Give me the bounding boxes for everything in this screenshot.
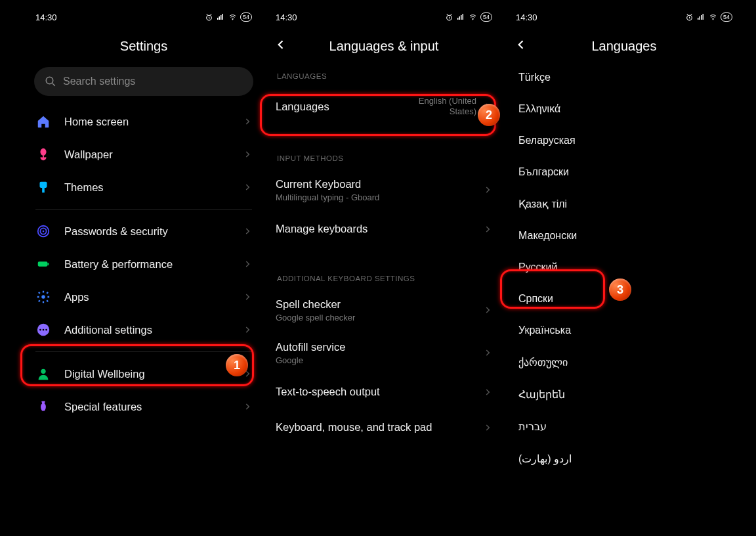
search-input[interactable]: Search settings: [34, 67, 253, 96]
chevron-right-icon: [483, 185, 492, 194]
autofill-item[interactable]: Autofill service Google: [264, 332, 504, 374]
settings-item-home-screen[interactable]: Home screen: [24, 105, 264, 138]
settings-item-apps[interactable]: Apps: [24, 280, 264, 313]
manage-keyboards-item[interactable]: Manage keyboards: [264, 212, 504, 247]
settings-item-additional-settings[interactable]: Additional settings: [24, 313, 264, 346]
settings-item-battery-performance[interactable]: Battery & performance: [24, 248, 264, 280]
chevron-right-icon: [243, 325, 252, 334]
svg-point-17: [43, 329, 45, 331]
chevron-left-icon: [514, 38, 528, 51]
item-label: Digital Wellbeing: [64, 368, 243, 380]
language-item[interactable]: Українська: [504, 315, 744, 346]
item-label: Spell checker: [276, 298, 483, 311]
item-label: Autofill service: [276, 341, 483, 353]
svg-rect-8: [42, 188, 45, 192]
themes-icon: [35, 179, 51, 195]
language-item[interactable]: Հայերեն: [504, 378, 744, 411]
section-label-languages: LANGUAGES: [264, 62, 504, 87]
special-features-icon: [35, 399, 51, 414]
item-label: Special features: [64, 401, 243, 413]
svg-point-25: [472, 19, 473, 20]
item-label: Apps: [64, 291, 243, 303]
status-time: 14:30: [276, 12, 297, 22]
languages-list-panel: 14:30 54 Languages TürkçeΕλληνικάБеларус…: [504, 0, 744, 536]
status-bar: 14:30 54: [504, 4, 744, 30]
chevron-right-icon: [243, 402, 252, 411]
item-label: Keyboard, mouse, and track pad: [276, 421, 483, 434]
svg-point-19: [41, 369, 45, 374]
alarm-icon: [445, 13, 453, 22]
svg-rect-3: [220, 15, 222, 20]
back-button[interactable]: [274, 38, 287, 54]
chevron-right-icon: [483, 423, 492, 432]
settings-group-1: Home screenWallpaperThemes: [24, 105, 264, 204]
svg-rect-2: [219, 16, 220, 20]
alarm-icon: [205, 13, 213, 22]
language-item[interactable]: עברית: [504, 411, 744, 443]
kbd-mouse-item[interactable]: Keyboard, mouse, and track pad: [264, 410, 504, 445]
signal-icon: [456, 13, 465, 21]
settings-item-special-features[interactable]: Special features: [24, 390, 264, 423]
item-label: Wallpaper: [64, 148, 243, 161]
svg-rect-28: [699, 16, 700, 20]
tts-item[interactable]: Text-to-speech output: [264, 374, 504, 410]
svg-rect-30: [702, 14, 704, 20]
header: Languages & input: [264, 30, 504, 62]
language-item[interactable]: Қазақ тілі: [504, 188, 744, 220]
languages-item[interactable]: Languages English (United States): [264, 87, 504, 127]
language-item[interactable]: Türkçe: [504, 62, 744, 93]
back-button[interactable]: [514, 38, 528, 54]
language-item[interactable]: Српски: [504, 283, 744, 315]
passwords-security-icon: [35, 223, 51, 239]
chevron-right-icon: [243, 292, 252, 302]
language-item[interactable]: Русский: [504, 252, 744, 283]
battery-level: 54: [240, 12, 252, 22]
chevron-right-icon: [243, 183, 252, 192]
spell-checker-item[interactable]: Spell checker Google spell checker: [264, 289, 504, 332]
svg-point-6: [46, 77, 53, 84]
svg-rect-29: [701, 15, 702, 20]
settings-item-wallpaper[interactable]: Wallpaper: [24, 138, 264, 171]
language-item[interactable]: Български: [504, 156, 744, 188]
section-label-additional: ADDITIONAL KEYBOARD SETTINGS: [264, 264, 504, 289]
svg-rect-4: [222, 14, 223, 20]
divider: [35, 209, 252, 210]
section-label-input: INPUT METHODS: [264, 144, 504, 169]
page-title: Languages & input: [329, 39, 439, 54]
battery-level: 54: [480, 12, 492, 22]
status-time: 14:30: [35, 12, 57, 22]
language-item[interactable]: ქართული: [504, 346, 744, 378]
home-screen-icon: [35, 114, 51, 129]
language-item[interactable]: اردو (بھارت): [504, 443, 744, 475]
language-item[interactable]: Македонски: [504, 220, 744, 252]
item-label: Passwords & security: [64, 225, 243, 238]
chevron-right-icon: [483, 388, 492, 397]
svg-point-31: [713, 19, 713, 20]
item-label: Home screen: [64, 116, 243, 128]
chevron-right-icon: [483, 102, 492, 111]
language-item[interactable]: Беларуская: [504, 125, 744, 156]
svg-rect-22: [459, 16, 460, 20]
battery-level: 54: [721, 12, 732, 22]
item-label: Current Keyboard: [276, 178, 483, 190]
svg-rect-7: [40, 182, 47, 188]
header: Languages: [504, 30, 744, 62]
additional-settings-icon: [35, 322, 51, 338]
alarm-icon: [685, 13, 694, 22]
settings-group-3: Digital WellbeingSpecial features: [24, 357, 264, 423]
chevron-right-icon: [243, 369, 252, 378]
language-item[interactable]: Ελληνικά: [504, 93, 744, 125]
status-bar: 14:30 54: [24, 4, 264, 30]
settings-item-digital-wellbeing[interactable]: Digital Wellbeing: [24, 357, 264, 390]
item-label: Languages: [276, 100, 419, 113]
settings-item-themes[interactable]: Themes: [24, 171, 264, 204]
item-value: English (United States): [419, 96, 476, 118]
settings-item-passwords-security[interactable]: Passwords & security: [24, 215, 264, 248]
languages-list: TürkçeΕλληνικάБеларускаяБългарскиҚазақ т…: [504, 62, 744, 475]
svg-point-5: [232, 19, 233, 20]
item-sub: Google: [276, 355, 483, 365]
svg-point-18: [45, 329, 47, 331]
status-icons: 54: [205, 12, 252, 22]
item-label: Themes: [64, 181, 243, 194]
current-keyboard-item[interactable]: Current Keyboard Multilingual typing - G…: [264, 169, 504, 212]
